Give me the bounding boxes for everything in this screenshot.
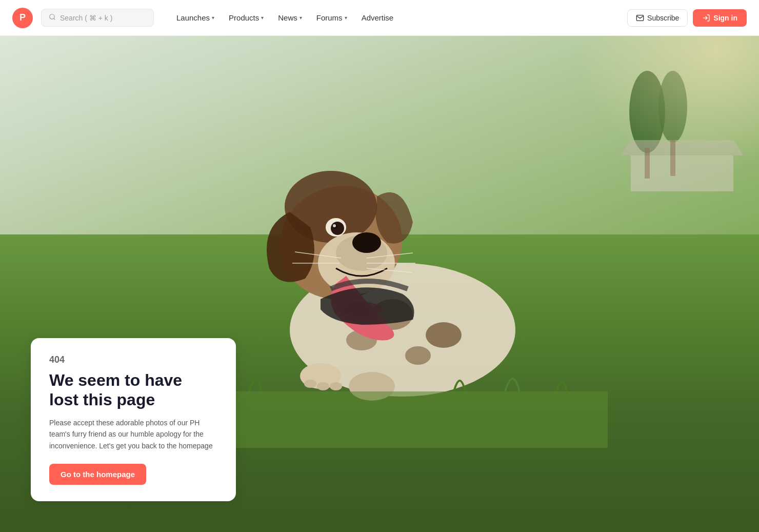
error-description: Please accept these adorable photos of o…: [49, 417, 217, 451]
subscribe-label: Subscribe: [647, 14, 679, 22]
svg-point-13: [405, 346, 431, 365]
nav-forums-label: Forums: [316, 13, 343, 22]
nav-advertise-label: Advertise: [362, 13, 394, 22]
chevron-down-icon: ▾: [261, 15, 264, 21]
svg-point-26: [304, 380, 316, 388]
nav-right: Subscribe Sign in: [627, 9, 747, 27]
nav-products-label: Products: [229, 13, 259, 22]
nav-item-forums[interactable]: Forums ▾: [310, 9, 353, 26]
search-placeholder-text: Search ( ⌘ + k ): [60, 14, 112, 22]
svg-point-23: [333, 224, 336, 227]
chevron-down-icon: ▾: [345, 15, 347, 21]
subscribe-button[interactable]: Subscribe: [627, 9, 688, 27]
search-bar[interactable]: Search ( ⌘ + k ): [41, 9, 154, 27]
svg-point-0: [50, 14, 54, 19]
nav-item-launches[interactable]: Launches ▾: [170, 9, 221, 26]
nav-launches-label: Launches: [176, 13, 210, 22]
chevron-down-icon: ▾: [212, 15, 214, 21]
logo-letter: P: [19, 12, 26, 23]
chevron-down-icon: ▾: [299, 15, 302, 21]
sun-glow: [554, 36, 759, 190]
error-card: 404 We seem to have lost this page Pleas…: [31, 338, 236, 501]
signin-button[interactable]: Sign in: [693, 9, 747, 27]
subscribe-icon: [636, 14, 644, 22]
error-title-line1: We seem to have: [49, 371, 182, 389]
svg-point-21: [331, 222, 344, 235]
nav-items: Launches ▾ Products ▾ News ▾ Forums ▾ Ad…: [170, 9, 619, 26]
svg-point-11: [426, 322, 462, 348]
nav-item-products[interactable]: Products ▾: [223, 9, 270, 26]
svg-point-27: [317, 382, 329, 390]
hero-area: 404 We seem to have lost this page Pleas…: [0, 36, 759, 532]
error-title: We seem to have lost this page: [49, 370, 217, 410]
nav-news-label: News: [278, 13, 297, 22]
signin-icon: [702, 14, 710, 22]
logo-icon: P: [12, 8, 33, 28]
svg-point-28: [330, 382, 342, 390]
search-icon: [49, 13, 56, 22]
nav-item-news[interactable]: News ▾: [272, 9, 308, 26]
go-to-homepage-button[interactable]: Go to the homepage: [49, 464, 146, 485]
navbar: P Search ( ⌘ + k ) Launches ▾ Products ▾…: [0, 0, 759, 36]
svg-line-1: [54, 18, 55, 20]
error-title-line2: lost this page: [49, 390, 155, 409]
signin-label: Sign in: [713, 14, 737, 22]
nav-item-advertise[interactable]: Advertise: [355, 9, 400, 26]
svg-point-18: [352, 232, 381, 253]
logo[interactable]: P: [12, 8, 33, 28]
error-code: 404: [49, 354, 217, 365]
